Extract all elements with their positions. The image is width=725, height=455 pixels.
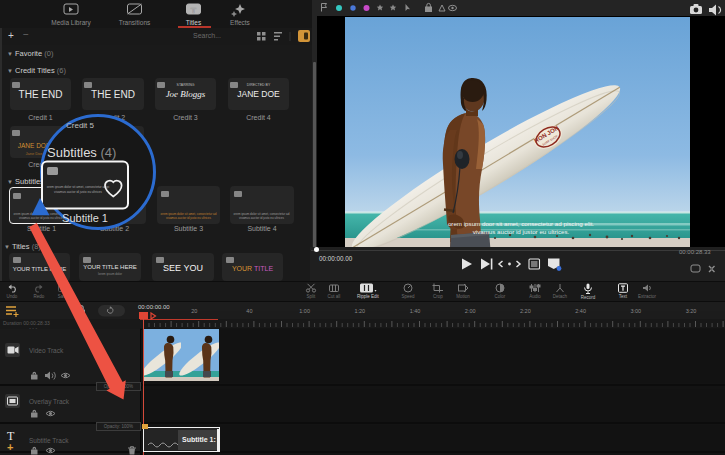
svg-text:Subtitles (4): Subtitles (4) (47, 145, 116, 160)
svg-text:Subtitle 1: Subtitle 1 (62, 212, 108, 224)
svg-text:vivamus auctor id justo eu ult: vivamus auctor id justo eu ultrices (54, 190, 102, 194)
svg-text:Credit 5: Credit 5 (66, 121, 95, 130)
svg-text:orem ipsum dolor sit amet, con: orem ipsum dolor sit amet, consectetur a… (47, 185, 110, 189)
